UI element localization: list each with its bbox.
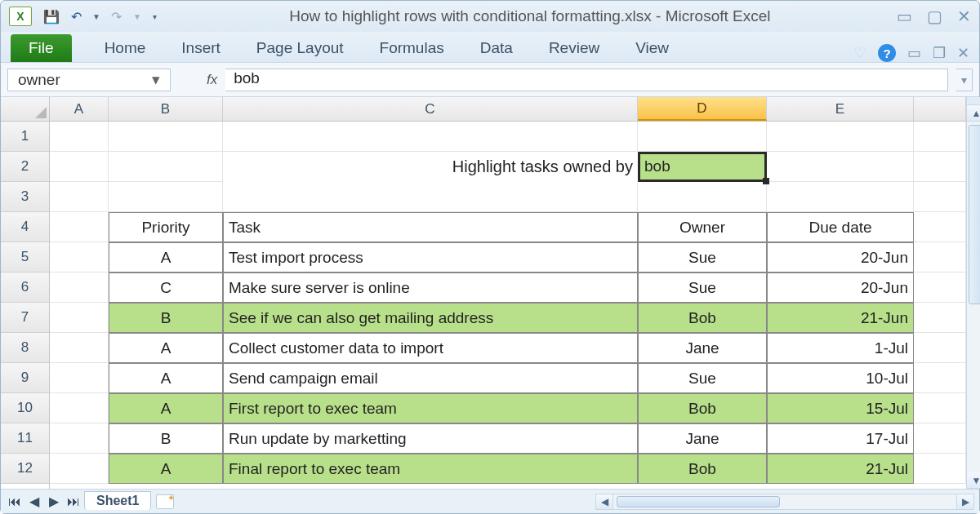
tab-formulas[interactable]: Formulas <box>362 34 462 62</box>
tab-data[interactable]: Data <box>462 34 531 62</box>
cell[interactable] <box>109 122 223 152</box>
row-header[interactable]: 10 <box>1 393 49 423</box>
cell[interactable] <box>50 454 109 484</box>
cell[interactable] <box>50 303 109 333</box>
cell[interactable] <box>914 122 966 152</box>
col-header-e[interactable]: E <box>767 97 914 121</box>
minimize-icon[interactable]: ▭ <box>897 7 912 26</box>
col-header-d[interactable]: D <box>638 97 767 121</box>
formula-input[interactable]: bob <box>225 69 948 91</box>
table-cell-due[interactable]: 20-Jun <box>767 273 914 303</box>
table-cell-task[interactable]: First report to exec team <box>223 393 638 423</box>
cell[interactable] <box>767 152 914 182</box>
table-header-task[interactable]: Task <box>223 212 638 242</box>
table-cell-task[interactable]: Final report to exec team <box>223 454 638 484</box>
table-cell-owner[interactable]: Sue <box>638 273 767 303</box>
ribbon-restore-icon[interactable]: ❐ <box>933 44 946 62</box>
col-header-a[interactable]: A <box>50 97 109 121</box>
row-header[interactable]: 11 <box>1 423 49 454</box>
select-all-corner[interactable] <box>1 97 50 122</box>
cell[interactable] <box>50 393 109 423</box>
redo-dropdown-icon[interactable]: ▼ <box>133 12 141 21</box>
tab-page-layout[interactable]: Page Layout <box>238 34 362 62</box>
row-header[interactable]: 12 <box>1 454 49 484</box>
col-header-b[interactable]: B <box>109 97 223 121</box>
cell[interactable] <box>914 454 966 484</box>
active-cell[interactable]: bob <box>638 152 767 182</box>
table-cell-owner[interactable]: Jane <box>638 423 767 454</box>
table-cell-task[interactable]: Test import process <box>223 242 638 273</box>
cells-area[interactable]: Highlight tasks owned by bob Priority Ta… <box>50 122 966 489</box>
cell[interactable] <box>914 393 966 423</box>
cell[interactable] <box>109 152 223 182</box>
table-cell-owner[interactable]: Sue <box>638 242 767 273</box>
cell[interactable] <box>50 182 109 212</box>
cell[interactable] <box>914 423 966 454</box>
fx-label[interactable]: fx <box>207 72 217 88</box>
cell[interactable] <box>914 152 966 182</box>
row-header[interactable]: 1 <box>1 122 49 152</box>
row-header[interactable]: 5 <box>1 242 49 273</box>
table-cell-due[interactable]: 21-Jul <box>767 454 914 484</box>
hscroll-track[interactable] <box>613 494 956 510</box>
table-cell-task[interactable]: Collect customer data to import <box>223 333 638 363</box>
table-cell-task[interactable]: Send campaign email <box>223 363 638 393</box>
row-header[interactable]: 6 <box>1 273 49 303</box>
cell[interactable] <box>223 122 638 152</box>
vscroll-thumb[interactable] <box>969 125 980 304</box>
col-header-extra[interactable] <box>914 97 966 121</box>
table-cell-task[interactable]: Make sure server is online <box>223 273 638 303</box>
table-cell-due[interactable]: 1-Jul <box>767 333 914 363</box>
cell[interactable] <box>638 122 767 152</box>
cell[interactable] <box>914 333 966 363</box>
row-header[interactable]: 9 <box>1 363 49 393</box>
table-cell-priority[interactable]: A <box>109 363 223 393</box>
table-cell-owner[interactable]: Bob <box>638 303 767 333</box>
tab-file[interactable]: File <box>11 34 72 62</box>
ribbon-close-icon[interactable]: ✕ <box>957 44 969 62</box>
new-sheet-icon[interactable] <box>156 494 174 509</box>
table-cell-priority[interactable]: A <box>109 454 223 484</box>
scroll-up-icon[interactable]: ▲ <box>967 105 980 122</box>
tab-insert[interactable]: Insert <box>163 34 238 62</box>
sheet-nav-last-icon[interactable]: ⏭ <box>65 494 82 510</box>
scroll-left-icon[interactable]: ◀ <box>595 494 613 510</box>
table-cell-owner[interactable]: Jane <box>638 333 767 363</box>
cell[interactable] <box>50 242 109 273</box>
redo-icon[interactable]: ↷ <box>109 8 125 24</box>
table-cell-due[interactable]: 20-Jun <box>767 242 914 273</box>
hscroll-thumb[interactable] <box>617 496 780 507</box>
cell[interactable] <box>50 152 109 182</box>
table-cell-priority[interactable]: A <box>109 393 223 423</box>
sheet-nav-next-icon[interactable]: ▶ <box>45 494 63 510</box>
table-header-due[interactable]: Due date <box>767 212 914 242</box>
ribbon-minimize-icon[interactable]: ▭ <box>907 44 921 62</box>
table-cell-task[interactable]: See if we can also get mailing address <box>223 303 638 333</box>
split-handle[interactable] <box>967 97 980 105</box>
tab-review[interactable]: Review <box>531 34 617 62</box>
table-cell-owner[interactable]: Bob <box>638 393 767 423</box>
maximize-icon[interactable]: ▢ <box>927 7 942 26</box>
ribbon-heart-icon[interactable]: ♡ <box>853 44 866 62</box>
table-cell-priority[interactable]: A <box>109 333 223 363</box>
row-header[interactable]: 4 <box>1 212 49 242</box>
cell[interactable] <box>50 122 109 152</box>
table-cell-owner[interactable]: Sue <box>638 363 767 393</box>
table-cell-priority[interactable]: B <box>109 303 223 333</box>
cell[interactable] <box>767 182 914 212</box>
cell[interactable] <box>50 212 109 242</box>
cell[interactable] <box>914 273 966 303</box>
cell[interactable] <box>50 363 109 393</box>
sheet-nav-first-icon[interactable]: ⏮ <box>6 494 24 510</box>
col-header-c[interactable]: C <box>223 97 638 121</box>
cell[interactable] <box>109 182 223 212</box>
cell[interactable] <box>223 182 638 212</box>
prompt-label[interactable]: Highlight tasks owned by <box>223 152 638 182</box>
table-cell-due[interactable]: 17-Jul <box>767 423 914 454</box>
help-icon[interactable]: ? <box>878 44 896 62</box>
name-box[interactable]: owner ▾ <box>7 69 171 91</box>
table-cell-due[interactable]: 21-Jun <box>767 303 914 333</box>
cell[interactable] <box>638 182 767 212</box>
undo-icon[interactable]: ↶ <box>68 8 84 24</box>
cell[interactable] <box>914 303 966 333</box>
